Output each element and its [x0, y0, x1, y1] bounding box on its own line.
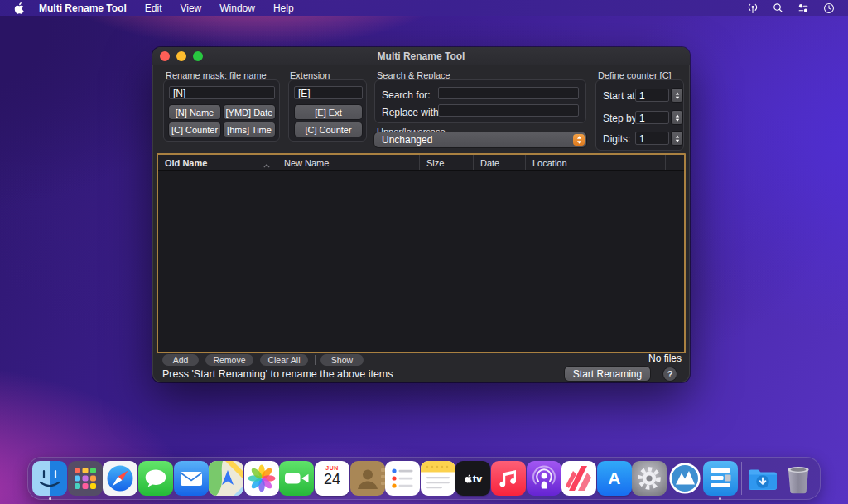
case-dropdown-value: Unchanged: [382, 134, 432, 146]
app-store-letter: A: [608, 468, 620, 488]
dropdown-arrows-icon: [573, 134, 585, 146]
window-titlebar[interactable]: Multi Rename Tool: [152, 47, 690, 65]
replace-with-input[interactable]: [438, 104, 579, 117]
dock-system-settings[interactable]: [632, 457, 667, 500]
start-renaming-button[interactable]: Start Renaming: [565, 367, 650, 381]
extension-input[interactable]: [E]: [294, 86, 363, 99]
dock-notes[interactable]: [421, 457, 456, 500]
dock-trash[interactable]: [780, 457, 816, 500]
rename-tool-running-indicator: [719, 497, 721, 500]
dock-podcasts[interactable]: [526, 457, 561, 500]
close-button[interactable]: [160, 51, 170, 61]
dock-mail[interactable]: [173, 457, 209, 500]
sort-ascending-icon: [263, 160, 270, 170]
counter-token-button[interactable]: [C] Counter: [169, 122, 220, 137]
dock-reminders[interactable]: [385, 457, 421, 500]
dock-finder[interactable]: [32, 457, 68, 500]
window-title: Multi Rename Tool: [378, 50, 465, 62]
menu-help[interactable]: Help: [273, 2, 294, 14]
date-token-button[interactable]: [YMD] Date: [224, 105, 275, 119]
case-dropdown[interactable]: Unchanged: [374, 132, 586, 147]
ext-counter-token-button[interactable]: [C] Counter: [295, 122, 362, 137]
menu-view[interactable]: View: [180, 2, 201, 14]
column-new-name[interactable]: New Name: [277, 155, 420, 170]
menu-edit[interactable]: Edit: [145, 2, 162, 14]
file-table-body[interactable]: [158, 171, 684, 353]
dock-safari[interactable]: [103, 457, 138, 500]
clock-icon[interactable]: [823, 2, 835, 14]
replace-with-label: Replace with:: [382, 107, 441, 118]
digits-label: Digits:: [603, 133, 630, 145]
rename-mask-input[interactable]: [N]: [169, 86, 275, 99]
files-count-status: No files: [648, 353, 682, 364]
time-token-button[interactable]: [hms] Time: [224, 122, 275, 137]
spotlight-search-icon[interactable]: [773, 2, 783, 13]
search-replace-group: Search for: Replace with:: [374, 79, 586, 123]
dock-calendar[interactable]: JUN 24: [315, 457, 350, 500]
column-size[interactable]: Size: [420, 155, 474, 170]
dock-rename-tool[interactable]: [702, 457, 738, 500]
tv-label: tv: [473, 473, 483, 485]
remove-button[interactable]: Remove: [205, 354, 253, 366]
apple-menu-icon[interactable]: [14, 2, 24, 14]
traffic-lights: [160, 51, 203, 61]
file-table: Old Name New Name Size Date Location: [157, 153, 686, 353]
finder-running-indicator: [49, 497, 51, 500]
tv-icon: tv: [455, 461, 490, 496]
column-location[interactable]: Location: [526, 155, 666, 170]
step-by-label: Step by:: [603, 113, 639, 124]
app-store-icon: A: [597, 461, 632, 496]
digits-stepper[interactable]: [672, 132, 682, 145]
dock-music[interactable]: [491, 457, 527, 500]
minimize-button[interactable]: [176, 51, 186, 61]
dock: JUN 24 tv A: [27, 457, 821, 500]
calendar-month: JUN: [325, 465, 339, 471]
column-extra: [666, 155, 684, 170]
wifi-icon[interactable]: [747, 2, 759, 14]
digits-input[interactable]: 1: [635, 132, 669, 145]
column-old-name[interactable]: Old Name: [158, 155, 277, 170]
zoom-button[interactable]: [193, 51, 203, 61]
dock-app-store[interactable]: A: [597, 457, 633, 500]
ext-token-button[interactable]: [E] Ext: [295, 105, 362, 119]
help-button[interactable]: ?: [663, 367, 677, 381]
dock-contacts[interactable]: [349, 457, 385, 500]
rename-mask-group: [N] [N] Name [YMD] Date [C] Counter [hms…: [163, 79, 280, 142]
start-at-stepper[interactable]: [672, 89, 682, 102]
dock-news[interactable]: [561, 457, 597, 500]
menu-bar: Multi Rename Tool Edit View Window Help: [0, 0, 848, 16]
dock-launchpad[interactable]: [68, 457, 104, 500]
dock-separator: [741, 462, 742, 495]
dock-facetime[interactable]: [279, 457, 315, 500]
show-button[interactable]: Show: [320, 354, 364, 366]
dock-mountain-app[interactable]: [667, 457, 703, 500]
define-counter-group: Start at: 1 Step by: 1 Digits: 1: [595, 79, 684, 151]
dock-maps[interactable]: [209, 457, 244, 500]
search-for-input[interactable]: [438, 87, 579, 99]
search-for-label: Search for:: [382, 89, 431, 101]
dock-tv[interactable]: tv: [455, 457, 491, 500]
control-center-icon[interactable]: [797, 3, 809, 13]
dock-messages[interactable]: [138, 457, 174, 500]
dock-downloads-folder[interactable]: [745, 457, 781, 500]
calendar-icon: JUN 24: [315, 461, 349, 496]
footer-divider: [315, 355, 316, 365]
add-button[interactable]: Add: [162, 354, 199, 366]
menubar-status-icons: [747, 2, 835, 14]
column-date[interactable]: Date: [474, 155, 526, 170]
name-token-button[interactable]: [N] Name: [169, 105, 220, 119]
step-by-stepper[interactable]: [672, 111, 682, 124]
calendar-day: 24: [324, 471, 340, 487]
menubar-app-name[interactable]: Multi Rename Tool: [39, 2, 127, 14]
menu-window[interactable]: Window: [219, 2, 255, 14]
dock-photos[interactable]: [244, 457, 280, 500]
clear-all-button[interactable]: Clear All: [260, 354, 308, 366]
step-by-input[interactable]: 1: [635, 111, 669, 124]
status-hint-text: Press 'Start Renaming' to rename the abo…: [162, 368, 393, 380]
multi-rename-tool-window: Multi Rename Tool Rename mask: file name…: [152, 47, 690, 382]
start-at-input[interactable]: 1: [635, 89, 669, 102]
start-at-label: Start at:: [603, 90, 638, 102]
extension-group: [E] [E] Ext [C] Counter: [288, 79, 367, 142]
file-table-header: Old Name New Name Size Date Location: [158, 155, 684, 171]
